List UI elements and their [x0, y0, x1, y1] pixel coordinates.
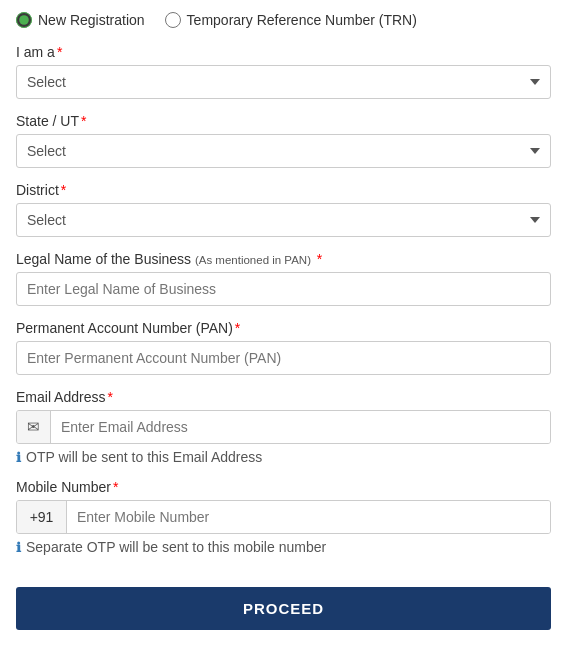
mobile-prefix: +91 [17, 501, 67, 533]
state-ut-group: State / UT* Select [16, 113, 551, 168]
district-label: District* [16, 182, 551, 198]
info-icon: ℹ [16, 450, 21, 465]
email-group: Email Address* ✉ ℹ OTP will be sent to t… [16, 389, 551, 465]
mobile-label: Mobile Number* [16, 479, 551, 495]
registration-type-group: New Registration Temporary Reference Num… [16, 12, 551, 28]
trn-label: Temporary Reference Number (TRN) [187, 12, 417, 28]
email-icon: ✉ [17, 411, 51, 443]
proceed-button[interactable]: PROCEED [16, 587, 551, 630]
info-icon-mobile: ℹ [16, 540, 21, 555]
district-select[interactable]: Select [16, 203, 551, 237]
legal-name-group: Legal Name of the Business (As mentioned… [16, 251, 551, 306]
pan-group: Permanent Account Number (PAN)* [16, 320, 551, 375]
email-input-wrapper: ✉ [16, 410, 551, 444]
trn-option[interactable]: Temporary Reference Number (TRN) [165, 12, 417, 28]
new-registration-option[interactable]: New Registration [16, 12, 145, 28]
mobile-group: Mobile Number* +91 ℹ Separate OTP will b… [16, 479, 551, 555]
state-ut-select[interactable]: Select [16, 134, 551, 168]
email-label: Email Address* [16, 389, 551, 405]
i-am-a-select[interactable]: Select [16, 65, 551, 99]
mobile-otp-info: ℹ Separate OTP will be sent to this mobi… [16, 539, 551, 555]
new-registration-radio[interactable] [16, 12, 32, 28]
trn-radio[interactable] [165, 12, 181, 28]
district-group: District* Select [16, 182, 551, 237]
mobile-input-wrapper: +91 [16, 500, 551, 534]
pan-input[interactable] [16, 341, 551, 375]
i-am-a-label: I am a* [16, 44, 551, 60]
email-input[interactable] [51, 411, 550, 443]
email-otp-info: ℹ OTP will be sent to this Email Address [16, 449, 551, 465]
mobile-input[interactable] [67, 501, 550, 533]
new-registration-label: New Registration [38, 12, 145, 28]
legal-name-label: Legal Name of the Business (As mentioned… [16, 251, 551, 267]
i-am-a-group: I am a* Select [16, 44, 551, 99]
pan-label: Permanent Account Number (PAN)* [16, 320, 551, 336]
legal-name-input[interactable] [16, 272, 551, 306]
state-ut-label: State / UT* [16, 113, 551, 129]
legal-name-note: (As mentioned in PAN) [195, 254, 311, 266]
